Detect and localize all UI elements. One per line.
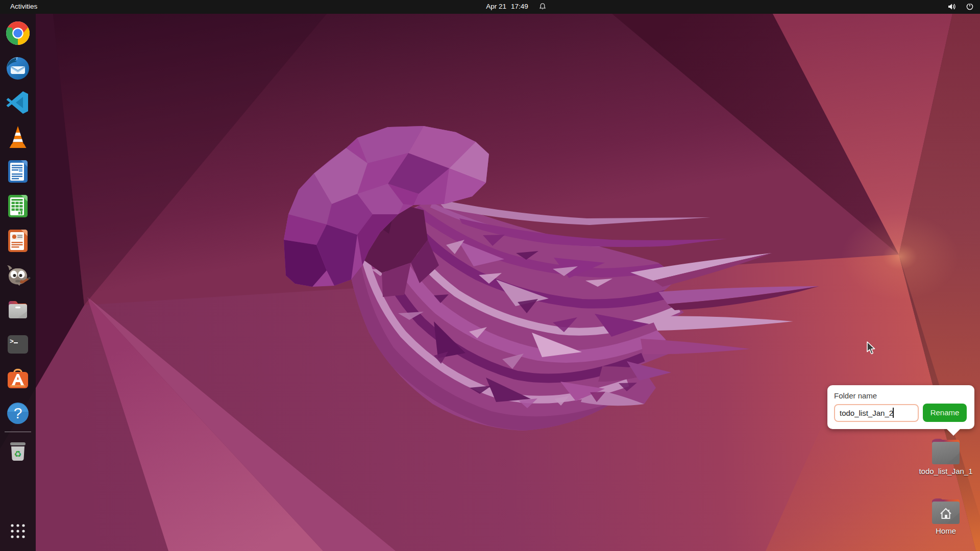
svg-text:>: > bbox=[10, 338, 14, 345]
svg-text:?: ? bbox=[14, 405, 22, 421]
svg-text:♻: ♻ bbox=[14, 449, 21, 459]
